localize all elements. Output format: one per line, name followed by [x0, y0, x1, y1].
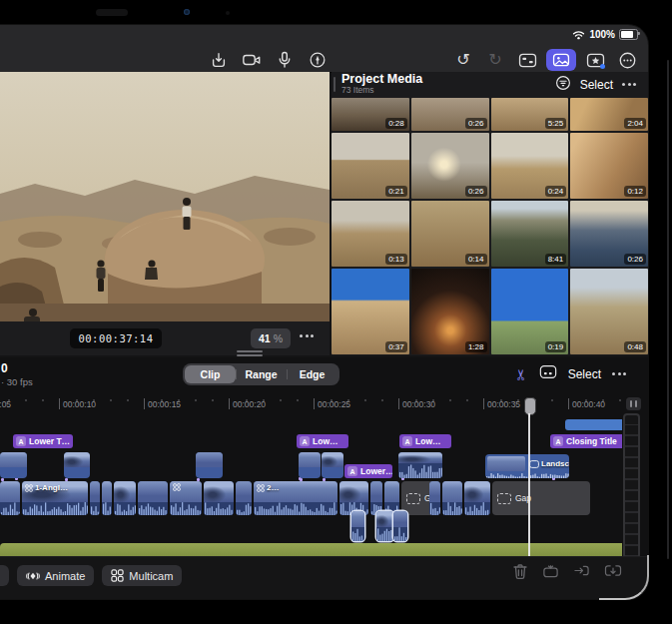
timeline-clip-title[interactable]: ALower T…	[13, 434, 73, 448]
segment-edge[interactable]: Edge	[287, 365, 337, 383]
duration-badge: 0:28	[385, 118, 407, 129]
overwrite-clip-button[interactable]	[604, 563, 622, 584]
timeline-clip-video[interactable]	[236, 481, 252, 515]
media-thumbnail[interactable]: 0:26	[570, 201, 648, 267]
timeline-clip-connected[interactable]	[398, 452, 442, 478]
clip-waveform	[170, 502, 202, 515]
split-clip-button[interactable]	[542, 563, 559, 584]
timeline-clip-video[interactable]	[90, 481, 100, 515]
segment-clip[interactable]: Clip	[185, 365, 236, 383]
media-thumbnail[interactable]: 0:26	[411, 98, 489, 131]
clip-thumbnail	[236, 481, 252, 502]
timeline-clip-video[interactable]	[204, 481, 234, 515]
timeline-clip-title[interactable]: AClosing Title	[550, 434, 622, 448]
filter-button[interactable]	[555, 75, 571, 95]
timeline-clip-video[interactable]	[0, 481, 20, 515]
blade-tool-button[interactable]: ✂	[512, 367, 530, 380]
viewer-more-button[interactable]	[300, 334, 314, 337]
track-height-handle[interactable]	[626, 397, 641, 410]
timeline-clip-video[interactable]	[114, 481, 136, 515]
media-thumbnail[interactable]: 0:24	[491, 133, 569, 199]
timeline-clip-connected-below[interactable]	[351, 511, 364, 541]
effects-browser-button[interactable]	[582, 49, 608, 71]
timeline-clip-title[interactable]: ALow…	[399, 434, 451, 448]
camera-record-button[interactable]	[239, 49, 265, 71]
timeline-clip-connected[interactable]: Landscap…	[485, 454, 569, 478]
timeline-clip-video[interactable]	[102, 481, 112, 515]
overlay-clip-button[interactable]	[539, 364, 557, 383]
timeline-clip-video[interactable]	[339, 481, 368, 515]
sidebar-handle[interactable]	[334, 77, 336, 92]
media-thumbnail[interactable]: 0:12	[570, 133, 648, 199]
media-thumbnail[interactable]: 0:37	[332, 269, 409, 354]
media-thumbnail[interactable]: 0:26	[411, 133, 489, 199]
timeline-clip-video[interactable]: 2…	[254, 481, 337, 515]
timeline-clip-video[interactable]	[370, 481, 382, 515]
duration-badge: 0:19	[545, 341, 567, 352]
collapsed-button-stub[interactable]	[0, 565, 9, 586]
timeline-clip-title[interactable]: ALow…	[297, 434, 348, 448]
clip-waveform	[429, 502, 440, 515]
multicam-button[interactable]: Multicam	[102, 565, 182, 586]
timeline-clip-connected[interactable]	[196, 452, 223, 478]
ruler-minor-tick	[76, 399, 78, 401]
timeline-clip-video[interactable]	[384, 481, 399, 515]
timeline-zoom-strip[interactable]	[623, 413, 640, 559]
redo-button[interactable]: ↻	[482, 49, 508, 71]
media-thumbnail[interactable]: 0:14	[411, 201, 489, 267]
clip-label: Low…	[313, 436, 338, 446]
timeline-clip-connected[interactable]	[565, 419, 622, 430]
viewer-zoom-control[interactable]: 41 %	[251, 328, 291, 348]
timeline-clip-connected-below[interactable]	[393, 511, 407, 541]
timeline-clip-video[interactable]	[442, 481, 462, 515]
timeline-clip-video[interactable]	[464, 481, 490, 515]
timeline-clip-connected-below[interactable]	[376, 511, 393, 541]
clip-thumbnail	[429, 481, 440, 502]
undo-button[interactable]: ↺	[450, 49, 476, 71]
media-select-button[interactable]: Select	[580, 78, 613, 92]
timeline-clip-video[interactable]	[170, 481, 202, 515]
timeline-clip-video[interactable]	[429, 481, 440, 515]
media-more-button[interactable]	[622, 83, 636, 86]
media-thumbnail[interactable]: 8:41	[491, 201, 569, 267]
timeline-clip-video[interactable]	[138, 481, 168, 515]
more-button[interactable]	[614, 49, 640, 71]
timeline-clip-gap[interactable]: Gap	[492, 481, 590, 515]
media-thumbnail[interactable]: 0:28	[332, 98, 409, 131]
viewer-video-frame[interactable]	[0, 72, 330, 321]
insert-clip-button[interactable]	[573, 563, 590, 584]
delete-clip-button[interactable]	[512, 563, 528, 584]
workspace-toggle-button[interactable]	[514, 49, 540, 71]
clip-thumbnail	[102, 481, 112, 502]
clip-waveform	[376, 527, 393, 541]
animate-button[interactable]: Animate	[17, 565, 94, 586]
panel-resize-handle[interactable]	[237, 350, 263, 356]
microphone-button[interactable]	[272, 49, 298, 71]
timeline-clip-connected[interactable]	[0, 452, 27, 478]
media-thumbnail[interactable]: 0:19	[491, 269, 569, 354]
zoom-unit: %	[274, 332, 283, 344]
media-thumbnail[interactable]: 1:28	[411, 269, 489, 354]
timeline-clip-video[interactable]: 1-Angl…	[22, 481, 88, 515]
timeline-bottom-toolbar: Animate Multicam	[0, 556, 648, 599]
timeline-select-button[interactable]: Select	[568, 367, 601, 381]
media-thumbnail[interactable]: 5:25	[491, 98, 569, 131]
playhead-handle[interactable]	[524, 397, 536, 415]
clip-waveform	[398, 463, 442, 478]
pencil-tools-button[interactable]	[305, 49, 331, 71]
ruler-tick	[59, 398, 60, 409]
segment-range[interactable]: Range	[236, 365, 287, 383]
timeline-clip-connected[interactable]	[299, 452, 321, 478]
media-thumbnail[interactable]: 2:04	[570, 98, 648, 131]
timecode-display[interactable]: 00:00:37:14	[70, 328, 162, 348]
status-bar: 100%	[572, 29, 638, 40]
media-thumbnail[interactable]: 0:13	[332, 201, 409, 267]
media-thumbnail[interactable]: 0:48	[570, 269, 648, 354]
import-button[interactable]	[206, 49, 232, 71]
timeline-more-button[interactable]	[612, 372, 626, 375]
timeline-clip-connected[interactable]	[64, 452, 90, 478]
timeline-clip-title[interactable]: ALower…	[344, 464, 392, 478]
media-thumbnail[interactable]: 0:21	[332, 133, 409, 199]
media-browser-button[interactable]	[546, 49, 576, 71]
timeline-clip-connected[interactable]	[322, 452, 343, 478]
